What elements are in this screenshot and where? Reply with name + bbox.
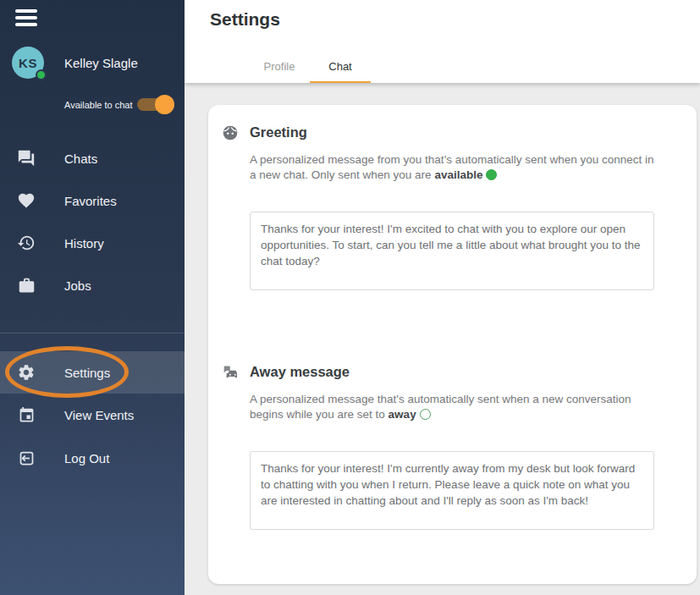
sidebar-item-jobs[interactable]: Jobs — [0, 264, 185, 306]
greeting-section: Greeting A personalized message from you… — [250, 124, 654, 290]
gear-icon — [16, 362, 36, 383]
available-status-word: available — [434, 168, 482, 181]
sidebar: KS Kelley Slagle Available to chat Chats… — [0, 0, 185, 595]
history-icon — [16, 233, 36, 253]
greeting-message-input[interactable]: Thanks for your interest! I'm excited to… — [250, 212, 654, 290]
page-header: Settings Profile Chat — [185, 0, 700, 83]
sidebar-item-settings[interactable]: Settings — [0, 351, 185, 394]
hamburger-menu-icon[interactable] — [15, 9, 37, 26]
avatar[interactable]: KS — [12, 47, 44, 79]
sidebar-item-label: History — [64, 236, 104, 251]
sidebar-divider — [0, 333, 185, 333]
available-status-dot — [486, 169, 497, 180]
away-message-input[interactable]: Thanks for your interest! I'm currently … — [250, 451, 654, 530]
greeting-title: Greeting — [250, 124, 654, 141]
sidebar-item-favorites[interactable]: Favorites — [0, 179, 185, 222]
avatar-status-dot — [36, 69, 47, 80]
away-title: Away message — [250, 363, 654, 381]
heart-icon — [16, 190, 36, 211]
sidebar-item-chats[interactable]: Chats — [0, 137, 185, 179]
chat-settings-card: Greeting A personalized message from you… — [208, 105, 697, 584]
availability-row: Available to chat — [64, 95, 179, 115]
sidebar-item-log-out[interactable]: Log Out — [0, 437, 185, 479]
sidebar-item-label: Chats — [64, 152, 97, 166]
greeting-description: A personalized message from you that's a… — [250, 152, 654, 182]
availability-label: Available to chat — [64, 100, 133, 110]
sidebar-item-label: Favorites — [64, 194, 117, 208]
page-title: Settings — [210, 9, 280, 30]
away-message-section: Away message A personalized message that… — [250, 363, 654, 530]
face-icon — [222, 124, 239, 141]
sidebar-item-view-events[interactable]: View Events — [0, 394, 185, 436]
tab-profile[interactable]: Profile — [249, 60, 310, 83]
availability-toggle[interactable] — [137, 97, 173, 113]
calendar-icon — [16, 405, 36, 425]
main-area: Settings Profile Chat Greeting — [185, 0, 700, 595]
sidebar-item-history[interactable]: History — [0, 222, 185, 264]
sidebar-item-label: View Events — [64, 408, 134, 422]
away-status-dot — [420, 409, 431, 420]
sidebar-item-label: Jobs — [64, 278, 91, 293]
content-area: Greeting A personalized message from you… — [185, 83, 700, 595]
user-name: Kelley Slagle — [64, 56, 138, 70]
tab-chat[interactable]: Chat — [310, 60, 371, 83]
away-status-word: away — [389, 408, 416, 421]
chat-bubbles-icon — [16, 148, 36, 168]
sidebar-item-label: Settings — [64, 366, 110, 380]
tab-bar: Profile Chat — [249, 60, 371, 83]
car-away-icon — [222, 364, 239, 381]
sidebar-item-label: Log Out — [64, 451, 109, 466]
logout-icon — [16, 448, 36, 468]
away-description: A personalized message that's automatica… — [250, 392, 654, 421]
briefcase-icon — [16, 275, 36, 295]
